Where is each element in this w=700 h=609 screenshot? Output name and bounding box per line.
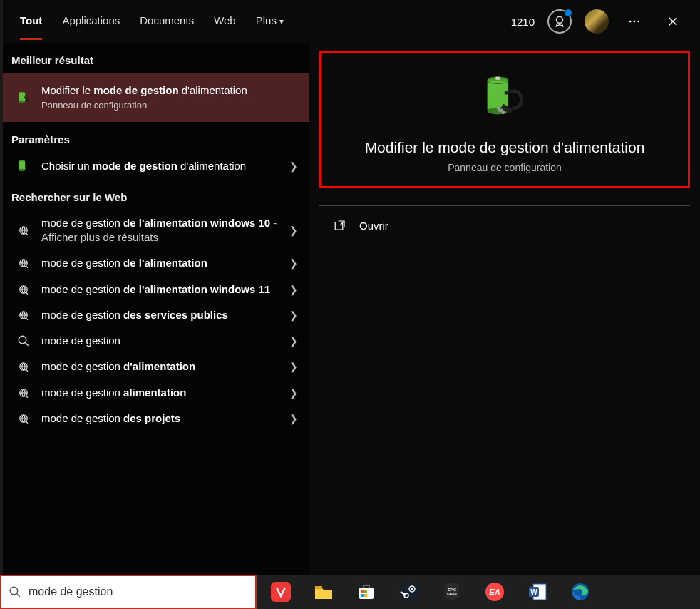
svg-text:W: W xyxy=(530,588,537,596)
battery-large-icon xyxy=(477,71,532,129)
chevron-right-icon: ❯ xyxy=(285,225,302,236)
taskbar-vivaldi[interactable] xyxy=(271,582,291,602)
web-result-text: mode de gestion des projets xyxy=(41,411,285,426)
web-result-text: mode de gestion alimentation xyxy=(41,386,285,400)
svg-rect-33 xyxy=(361,594,364,597)
best-result-item[interactable]: Modifier le mode de gestion d'alimentati… xyxy=(0,73,309,122)
section-web: Rechercher sur le Web xyxy=(0,180,309,210)
store-icon xyxy=(356,582,376,602)
section-best-result: Meilleur résultat xyxy=(0,43,309,73)
chevron-right-icon: ❯ xyxy=(285,361,302,372)
svg-point-0 xyxy=(557,16,563,23)
ellipsis-icon xyxy=(627,14,642,29)
taskbar-steam[interactable] xyxy=(399,582,419,602)
svg-rect-34 xyxy=(364,594,367,597)
svg-point-2 xyxy=(634,21,636,23)
steam-icon xyxy=(399,582,419,602)
open-label: Ouvrir xyxy=(359,220,388,232)
settings-result-item[interactable]: Choisir un mode de gestion d'alimentatio… xyxy=(0,153,309,180)
svg-rect-28 xyxy=(271,582,291,602)
tab-apps[interactable]: Applications xyxy=(62,3,120,40)
tab-more-label: Plus xyxy=(256,14,277,26)
globe-search-icon xyxy=(13,387,34,399)
globe-search-icon xyxy=(13,283,34,296)
open-action[interactable]: Ouvrir xyxy=(319,213,690,237)
settings-result-title: Choisir un mode de gestion d'alimentatio… xyxy=(41,159,285,173)
taskbar-edge[interactable] xyxy=(570,582,590,602)
svg-text:EPIC: EPIC xyxy=(448,588,456,592)
svg-point-35 xyxy=(400,583,418,601)
globe-search-icon xyxy=(13,360,34,373)
word-icon: W xyxy=(527,582,547,602)
more-options-button[interactable] xyxy=(622,9,647,34)
folder-icon xyxy=(314,582,334,602)
svg-point-3 xyxy=(638,21,640,23)
divider xyxy=(319,205,690,206)
search-input[interactable] xyxy=(29,585,248,598)
svg-rect-29 xyxy=(315,586,322,589)
best-result-sub: Panneau de configuration xyxy=(41,99,302,112)
web-result-text: mode de gestion d'alimentation xyxy=(41,359,285,374)
web-result-item[interactable]: mode de gestion des projets❯ xyxy=(0,406,309,431)
search-box[interactable] xyxy=(0,575,257,609)
globe-search-icon xyxy=(13,257,34,270)
svg-text:EA: EA xyxy=(489,588,500,596)
medal-icon xyxy=(553,15,566,28)
vivaldi-icon xyxy=(271,582,291,602)
web-result-item[interactable]: mode de gestion de l'alimentation window… xyxy=(0,210,309,251)
preview-title: Modifier le mode de gestion d'alimentati… xyxy=(330,139,679,156)
user-avatar[interactable] xyxy=(585,9,609,34)
web-result-item[interactable]: mode de gestion de l'alimentation window… xyxy=(0,277,309,302)
svg-rect-8 xyxy=(19,161,25,170)
web-result-item[interactable]: mode de gestion alimentation❯ xyxy=(0,380,309,406)
chevron-right-icon: ❯ xyxy=(285,309,302,321)
tab-more[interactable]: Plus xyxy=(256,3,284,40)
taskbar-word[interactable]: W xyxy=(527,582,547,602)
preview-panel: Modifier le mode de gestion d'alimentati… xyxy=(319,51,690,188)
web-result-text: mode de gestion xyxy=(41,334,285,348)
close-icon xyxy=(666,15,679,28)
taskbar-explorer[interactable] xyxy=(314,582,334,602)
globe-search-icon xyxy=(13,412,34,425)
web-result-text: mode de gestion de l'alimentation window… xyxy=(41,282,285,297)
chevron-right-icon: ❯ xyxy=(285,413,302,424)
chevron-down-icon xyxy=(279,14,284,26)
globe-search-icon xyxy=(13,224,34,237)
svg-point-14 xyxy=(19,336,26,344)
rewards-medal-button[interactable] xyxy=(547,9,572,34)
web-result-item[interactable]: mode de gestion des services publics❯ xyxy=(0,302,309,328)
tab-docs[interactable]: Documents xyxy=(140,3,194,40)
epic-icon: EPICGAMES xyxy=(442,582,462,602)
ea-icon: EA xyxy=(485,582,505,602)
web-result-text: mode de gestion de l'alimentation xyxy=(41,256,285,270)
chevron-right-icon: ❯ xyxy=(285,284,302,295)
web-result-item[interactable]: mode de gestion d'alimentation❯ xyxy=(0,354,309,379)
battery-icon xyxy=(13,90,34,106)
close-button[interactable] xyxy=(660,9,686,34)
rewards-points: 1210 xyxy=(511,16,535,28)
taskbar-epic[interactable]: EPICGAMES xyxy=(442,582,462,602)
svg-point-37 xyxy=(411,588,413,590)
tab-web[interactable]: Web xyxy=(214,3,236,40)
svg-point-27 xyxy=(10,587,18,595)
open-icon xyxy=(334,219,346,232)
web-result-item[interactable]: mode de gestion de l'alimentation❯ xyxy=(0,250,309,276)
web-result-text: mode de gestion de l'alimentation window… xyxy=(41,216,285,245)
taskbar-ea[interactable]: EA xyxy=(485,582,505,602)
chevron-right-icon: ❯ xyxy=(285,335,302,347)
best-result-title: Modifier le mode de gestion d'alimentati… xyxy=(41,83,302,98)
svg-rect-22 xyxy=(495,77,500,80)
svg-point-1 xyxy=(629,21,632,23)
battery-icon xyxy=(13,158,34,174)
tab-all[interactable]: Tout xyxy=(20,3,42,40)
chevron-right-icon: ❯ xyxy=(285,387,302,399)
chevron-right-icon: ❯ xyxy=(285,160,302,172)
web-result-text: mode de gestion des services publics xyxy=(41,308,285,322)
chevron-right-icon: ❯ xyxy=(285,257,302,269)
notification-dot-icon xyxy=(565,9,572,16)
svg-point-9 xyxy=(19,169,25,171)
web-result-item[interactable]: mode de gestion❯ xyxy=(0,328,309,354)
taskbar-store[interactable] xyxy=(356,582,376,602)
svg-point-6 xyxy=(19,101,25,103)
edge-icon xyxy=(570,582,590,602)
